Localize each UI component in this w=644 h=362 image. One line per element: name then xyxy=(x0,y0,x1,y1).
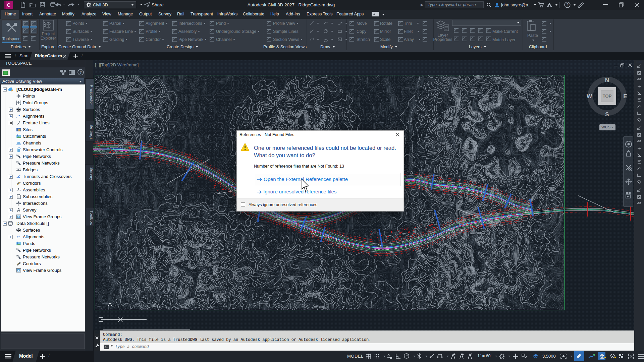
svg-text:?: ? xyxy=(566,3,569,7)
svg-text:E: E xyxy=(623,93,627,100)
svg-text:TOP: TOP xyxy=(603,94,612,99)
svg-text:W: W xyxy=(587,93,592,100)
svg-text:S: S xyxy=(605,111,609,118)
svg-text:N: N xyxy=(605,77,609,83)
svg-text:?: ? xyxy=(79,70,82,74)
svg-text:C: C xyxy=(7,2,11,8)
